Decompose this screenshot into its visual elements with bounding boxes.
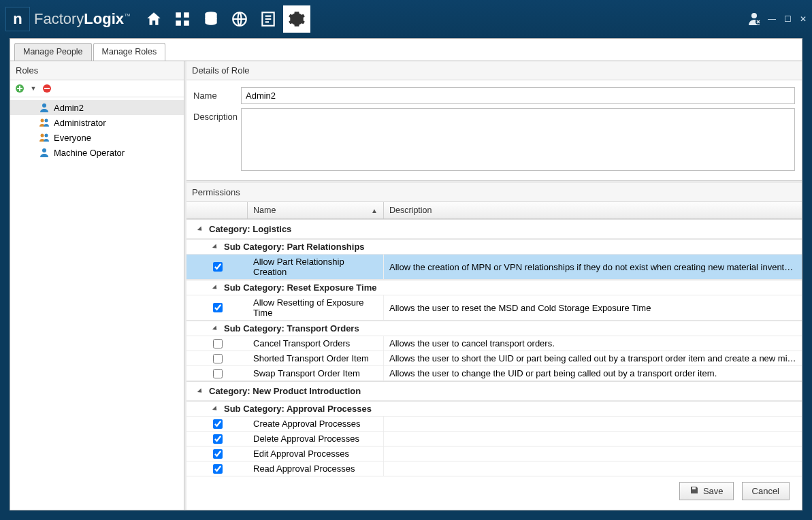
tree-item-role[interactable]: Everyone — [10, 130, 184, 145]
tab-strip: Manage People Manage Roles — [10, 39, 802, 61]
permission-name: Shorted Transport Order Item — [248, 351, 384, 365]
permission-checkbox[interactable] — [213, 303, 223, 312]
globe-icon[interactable] — [226, 5, 253, 33]
permission-checkbox[interactable] — [213, 339, 223, 348]
permission-row[interactable]: Delete Approval Processes — [186, 432, 802, 446]
tree-item-label: Everyone — [54, 133, 91, 143]
permission-checkbox[interactable] — [213, 449, 223, 459]
tree-item-role[interactable]: Machine Operator — [10, 145, 184, 160]
svg-point-12 — [45, 134, 48, 137]
tree-item-role[interactable]: Administrator — [10, 115, 184, 130]
permissions-col-desc[interactable]: Description — [384, 202, 802, 218]
expander-icon — [212, 325, 218, 331]
roles-toolbar: ▼ — [10, 80, 184, 97]
svg-point-9 — [41, 119, 44, 123]
role-name-input[interactable] — [241, 87, 795, 104]
tab-manage-people[interactable]: Manage People — [14, 43, 92, 61]
brand-tm: ™ — [124, 12, 131, 20]
user-account-icon[interactable] — [746, 10, 762, 29]
permission-subcategory-row[interactable]: Sub Category: Reset Exposure Time — [186, 280, 802, 295]
expander-icon — [212, 244, 218, 250]
role-details-header: Details of Role — [186, 61, 802, 80]
maximize-button[interactable]: ☐ — [784, 14, 792, 24]
tree-item-label: Admin2 — [54, 103, 84, 113]
close-button[interactable]: ✕ — [800, 14, 807, 24]
permission-row[interactable]: Allow Resetting of Exposure TimeAllows t… — [186, 295, 802, 321]
ribbon-icons — [140, 5, 310, 33]
role-description-input[interactable] — [241, 108, 795, 171]
permissions-header: Permissions — [186, 183, 802, 202]
sort-asc-icon: ▲ — [371, 207, 378, 214]
brand-part2: Logix — [84, 10, 124, 27]
permissions-col-name[interactable]: Name ▲ — [248, 202, 384, 218]
permission-description — [384, 467, 802, 471]
svg-rect-7 — [44, 88, 50, 89]
permission-checkbox[interactable] — [213, 262, 223, 272]
permission-row[interactable]: Allow Part Relationship CreationAllow th… — [186, 255, 802, 280]
svg-point-8 — [42, 103, 46, 108]
permission-description — [384, 422, 802, 426]
permission-description: Allows the user to short the UID or part… — [384, 351, 802, 365]
permission-category-row[interactable]: Category: Logistics — [186, 219, 802, 239]
home-icon[interactable] — [140, 5, 167, 33]
app-brand: FactoryLogix™ — [34, 10, 131, 28]
permission-description — [384, 437, 802, 441]
main-pane: Details of Role Name Description Permiss… — [186, 61, 802, 510]
add-role-dropdown-icon[interactable]: ▼ — [28, 83, 39, 94]
svg-point-13 — [42, 148, 46, 152]
content-frame: Manage People Manage Roles Roles ▼ Admin… — [10, 38, 802, 510]
permissions-col-checkbox[interactable] — [186, 202, 248, 218]
report-icon[interactable] — [255, 5, 282, 33]
brand-part1: Factory — [34, 10, 84, 27]
permission-row[interactable]: Cancel Transport OrdersAllows the user t… — [186, 336, 802, 351]
database-icon[interactable] — [197, 5, 225, 33]
permission-description: Allows the user to change the UID or par… — [384, 366, 802, 380]
minimize-button[interactable]: — — [768, 14, 776, 24]
svg-point-10 — [45, 119, 48, 123]
permission-checkbox[interactable] — [213, 369, 223, 378]
permission-subcategory-row[interactable]: Sub Category: Part Relationships — [186, 239, 802, 255]
delete-role-icon[interactable] — [42, 83, 52, 94]
permission-description: Allow the creation of MPN or VPN relatio… — [384, 260, 802, 274]
permission-name: Create Approval Processes — [248, 417, 384, 431]
settings-icon[interactable] — [283, 5, 310, 33]
roles-tree: Admin2AdministratorEveryoneMachine Opera… — [10, 97, 184, 163]
permission-checkbox[interactable] — [213, 434, 223, 444]
permission-name: Delete Approval Processes — [248, 432, 384, 446]
roles-sidebar: Roles ▼ Admin2AdministratorEveryoneMachi… — [10, 61, 184, 510]
permission-name: Cancel Transport Orders — [248, 336, 384, 351]
add-role-icon[interactable] — [14, 83, 25, 94]
permission-name: Allow Part Relationship Creation — [248, 255, 384, 279]
permission-checkbox[interactable] — [213, 419, 223, 429]
save-button[interactable]: Save — [679, 482, 734, 500]
permission-row[interactable]: Shorted Transport Order ItemAllows the u… — [186, 351, 802, 366]
permission-category-row[interactable]: Category: New Product Introduction — [186, 381, 802, 401]
save-icon — [689, 485, 699, 497]
tree-item-label: Administrator — [54, 118, 106, 128]
grid-edit-icon[interactable] — [169, 5, 196, 33]
permission-row[interactable]: Create Approval Processes — [186, 417, 802, 432]
permissions-body[interactable]: Category: LogisticsSub Category: Part Re… — [186, 219, 802, 476]
svg-point-3 — [751, 13, 757, 18]
permission-description: Allows the user to reset the MSD and Col… — [384, 301, 802, 315]
person-icon — [39, 102, 50, 113]
permission-checkbox[interactable] — [213, 354, 223, 363]
title-bar: n FactoryLogix™ — [0, 0, 812, 38]
permission-row[interactable]: Swap Transport Order ItemAllows the user… — [186, 366, 802, 381]
svg-point-11 — [41, 134, 44, 137]
expander-icon — [212, 285, 218, 291]
permission-checkbox[interactable] — [213, 464, 223, 474]
tree-item-role[interactable]: Admin2 — [10, 100, 184, 115]
permission-subcategory-row[interactable]: Sub Category: Approval Processes — [186, 401, 802, 417]
permissions-columns: Name ▲ Description — [186, 202, 802, 219]
save-button-label: Save — [703, 486, 724, 496]
permission-subcategory-row[interactable]: Sub Category: Transport Orders — [186, 321, 802, 336]
people-icon — [39, 117, 50, 128]
cancel-button[interactable]: Cancel — [742, 482, 790, 500]
permission-description — [384, 452, 802, 456]
tab-manage-roles[interactable]: Manage Roles — [93, 43, 166, 61]
permission-row[interactable]: Read Approval Processes — [186, 461, 802, 476]
action-footer: Save Cancel — [186, 476, 802, 510]
permission-row[interactable]: Edit Approval Processes — [186, 446, 802, 461]
permission-name: Swap Transport Order Item — [248, 366, 384, 380]
